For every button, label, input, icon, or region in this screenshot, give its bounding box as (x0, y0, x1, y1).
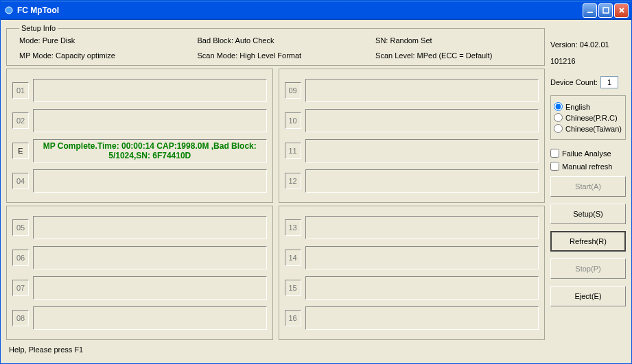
scanmode-label: Scan Mode: High Level Format (198, 51, 376, 60)
svg-rect-1 (587, 12, 593, 13)
start-button[interactable]: Start(A) (550, 176, 626, 197)
label-chinese-prc: Chinese(P.R.C) (565, 114, 618, 122)
refresh-button[interactable]: Refresh(R) (550, 231, 626, 252)
slot-num-09[interactable]: 09 (285, 82, 301, 99)
app-window: FC MpTool Setup Info Mode: Pure Disk Bad… (0, 0, 632, 364)
label-manual-refresh: Manual refresh (562, 162, 612, 171)
slot-field-07 (33, 276, 267, 300)
build-label: 101216 (550, 57, 626, 65)
slot-num-02[interactable]: 02 (12, 112, 29, 129)
checkbox-manual-refresh[interactable] (550, 162, 559, 171)
setup-legend: Setup Info (19, 24, 58, 32)
mode-label: Mode: Pure Disk (19, 36, 198, 45)
window-title: FC MpTool (17, 5, 583, 15)
svg-point-0 (5, 7, 12, 14)
slot-num-14[interactable]: 14 (285, 250, 301, 266)
device-count-label: Device Count: (550, 78, 598, 86)
slot-field-11 (305, 139, 539, 162)
side-panel: Version: 04.02.01 101216 Device Count: E… (550, 24, 626, 361)
slot-num-13[interactable]: 13 (285, 219, 301, 236)
slot-num-10[interactable]: 10 (285, 112, 301, 129)
slot-field-03: MP Complete.Time: 00:00:14 CAP:1998.0M ,… (33, 139, 267, 162)
radio-chinese-prc[interactable] (554, 113, 563, 122)
radio-english[interactable] (554, 102, 563, 111)
slot-field-08 (33, 306, 267, 330)
label-english: English (565, 103, 590, 111)
stop-button[interactable]: Stop(P) (550, 258, 626, 279)
sn-label: SN: Random Set (375, 36, 537, 45)
slot-num-01[interactable]: 01 (12, 82, 29, 99)
slot-panel-3: 05 06 07 08 (6, 206, 273, 340)
slot-field-06 (33, 246, 267, 269)
slot-panel-1: 01 02 EMP Complete.Time: 00:00:14 CAP:19… (6, 69, 273, 203)
mpmode-label: MP Mode: Capacity optimize (19, 51, 198, 60)
slot-num-08[interactable]: 08 (12, 310, 29, 326)
badblock-label: Bad Block: Auto Check (198, 36, 376, 45)
radio-chinese-tw[interactable] (554, 124, 563, 133)
slot-status-03: MP Complete.Time: 00:00:14 CAP:1998.0M ,… (36, 141, 264, 161)
device-count-input[interactable] (600, 76, 618, 88)
eject-button[interactable]: Eject(E) (550, 286, 626, 306)
checkbox-failure-analyse[interactable] (550, 149, 559, 158)
slot-field-05 (33, 216, 267, 239)
label-chinese-tw: Chinese(Taiwan) (565, 125, 622, 133)
slot-num-05[interactable]: 05 (12, 219, 29, 236)
help-text: Help, Please press F1 (6, 345, 545, 354)
slot-field-14 (305, 246, 539, 269)
app-icon (3, 5, 14, 16)
slot-num-15[interactable]: 15 (285, 280, 301, 296)
minimize-button[interactable] (583, 3, 597, 18)
slot-field-09 (305, 79, 539, 102)
language-panel: English Chinese(P.R.C) Chinese(Taiwan) (550, 95, 626, 140)
version-label: Version: 04.02.01 (550, 40, 626, 49)
slot-field-04 (33, 169, 267, 193)
slot-num-16[interactable]: 16 (285, 310, 301, 326)
titlebar: FC MpTool (1, 1, 631, 20)
svg-rect-2 (603, 8, 609, 13)
slot-num-11[interactable]: 11 (285, 143, 301, 159)
slot-field-01 (33, 79, 267, 102)
label-failure-analyse: Failue Analyse (562, 149, 611, 158)
slot-num-12[interactable]: 12 (285, 173, 301, 189)
slot-field-13 (305, 216, 539, 239)
slot-field-10 (305, 109, 539, 132)
slot-num-07[interactable]: 07 (12, 280, 29, 296)
slot-field-02 (33, 109, 267, 132)
slot-panel-4: 13 14 15 16 (279, 206, 546, 340)
setup-button[interactable]: Setup(S) (550, 204, 626, 224)
slot-panel-2: 09 10 11 12 (279, 69, 546, 203)
slot-num-06[interactable]: 06 (12, 250, 29, 266)
close-button[interactable] (614, 3, 629, 18)
slot-field-15 (305, 276, 539, 300)
slot-num-03[interactable]: E (12, 143, 29, 159)
scanlevel-label: Scan Level: MPed (ECC = Default) (375, 51, 537, 60)
maximize-button[interactable] (598, 3, 613, 18)
slot-field-16 (305, 306, 539, 330)
slot-field-12 (305, 169, 539, 193)
setup-info-panel: Setup Info Mode: Pure Disk Bad Block: Au… (6, 24, 545, 66)
slot-num-04[interactable]: 04 (12, 173, 29, 189)
